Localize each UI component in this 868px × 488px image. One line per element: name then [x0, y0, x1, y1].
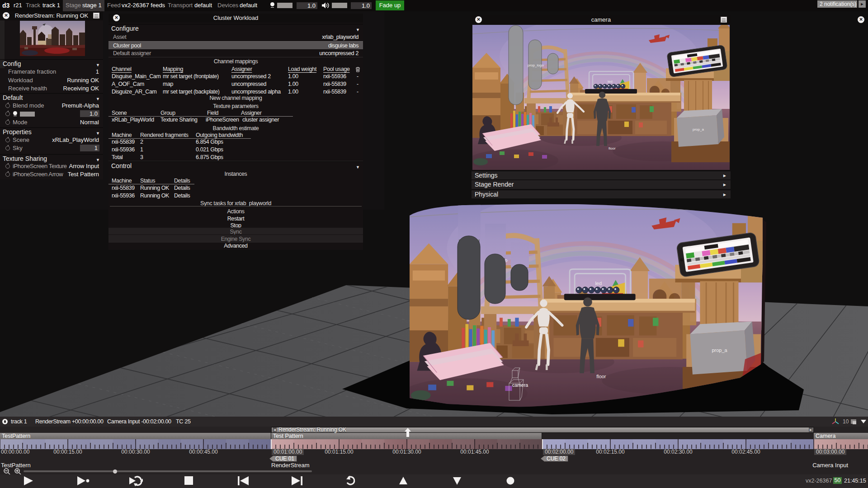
- svg-text:camera: camera: [512, 382, 528, 388]
- svg-text:10: 10: [843, 418, 849, 425]
